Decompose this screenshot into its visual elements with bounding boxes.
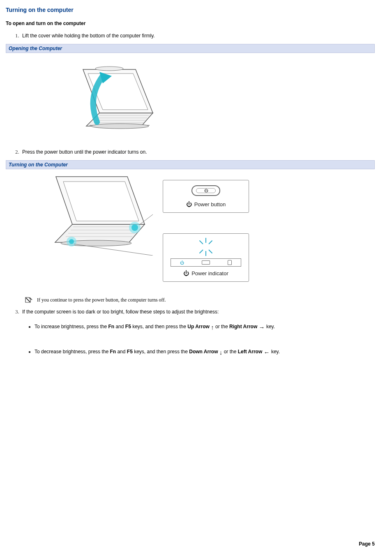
step-list: Lift the cover while holding the bottom … [6, 32, 375, 40]
indicator-strip: ⏻ [171, 258, 241, 267]
dec-mid2: keys, and then press the [133, 349, 189, 355]
figure-caption-turnon: Turning on the Computer [6, 160, 375, 169]
power-button-label: Power button [194, 201, 226, 207]
page-number: Page 5 [359, 541, 375, 547]
power-button-graphic: ⏻ [191, 185, 220, 196]
power-indicator-label: Power indicator [191, 270, 228, 276]
dec-f5: F5 [127, 349, 133, 355]
figure-open [6, 55, 375, 147]
bullet-increase: To increase brightness, press the Fn and… [35, 320, 375, 334]
step-1-text: Lift the cover while holding the bottom … [22, 33, 155, 39]
svg-point-9 [95, 67, 123, 71]
power-indicator-icon: ⏻ [183, 270, 189, 276]
dec-mid1: and [116, 349, 127, 355]
dec-or: or the [222, 349, 238, 355]
dec-fn: Fn [110, 349, 116, 355]
inc-uparrow: Up Arrow [187, 324, 210, 329]
svg-point-20 [131, 224, 138, 231]
step-3: If the computer screen is too dark or to… [21, 308, 375, 316]
inc-fn: Fn [108, 324, 114, 329]
bullet-decrease: To decrease brightness, press the Fn and… [35, 345, 375, 359]
note-text: If you continue to press the power butto… [37, 297, 166, 303]
led-burst-graphic [198, 239, 214, 255]
inc-post: key. [265, 324, 275, 329]
step-list-3: If the computer screen is too dark or to… [6, 308, 375, 316]
inc-pre: To increase brightness, press the [35, 324, 108, 329]
power-icon: ⏻ [186, 201, 192, 207]
inc-or: or the [214, 324, 229, 329]
arrow-right-icon: → [259, 320, 265, 334]
figure-turnon: ⏻ ⏻ Power button ⏻ [6, 171, 375, 289]
procedure-heading: To open and turn on the computer [6, 21, 375, 26]
note-icon [25, 297, 33, 303]
dec-downarrow: Down Arrow [189, 349, 218, 355]
laptop-power-illustration [47, 173, 154, 256]
arrow-left-icon: ← [264, 345, 270, 359]
brightness-bullets: To increase brightness, press the Fn and… [6, 320, 375, 359]
callout-power-indicator: ⏻ ⏻ Power indicator [163, 233, 249, 282]
inc-mid2: keys, and then press the [131, 324, 187, 329]
inc-mid1: and [114, 324, 125, 329]
dec-pre: To decrease brightness, press the [35, 349, 110, 355]
laptop-opening-illustration [63, 57, 158, 139]
step-2-text: Press the power button until the power i… [22, 149, 147, 155]
callout-power-button: ⏻ ⏻ Power button [163, 180, 249, 213]
inc-f5: F5 [125, 324, 131, 329]
step-2: Press the power button until the power i… [21, 148, 375, 156]
figure-caption-open: Opening the Computer [6, 44, 375, 53]
inc-rightarrow: Right Arrow [229, 324, 257, 329]
step-3-text: If the computer screen is too dark or to… [22, 309, 219, 315]
dec-post: key. [270, 349, 280, 355]
note-row: If you continue to press the power butto… [25, 297, 375, 303]
svg-point-2 [91, 124, 149, 129]
dec-leftarrow: Left Arrow [238, 349, 263, 355]
step-list-2: Press the power button until the power i… [6, 148, 375, 156]
step-1: Lift the cover while holding the bottom … [21, 32, 375, 40]
arrow-up-icon: ↑ [211, 320, 214, 334]
svg-point-22 [69, 239, 74, 244]
page-title: Turning on the computer [6, 7, 375, 13]
